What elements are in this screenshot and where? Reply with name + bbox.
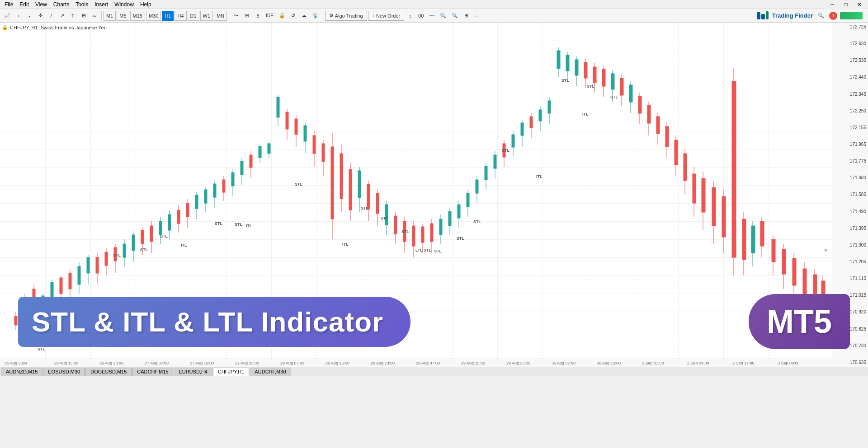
stl-label: STL: [434, 249, 442, 253]
stl-label: STL: [381, 216, 388, 220]
notification-badge: 1: [829, 12, 837, 20]
depth-button[interactable]: ↕: [405, 11, 415, 21]
order-label: New Order: [376, 13, 400, 19]
menu-charts[interactable]: Charts: [51, 1, 72, 8]
menu-view[interactable]: View: [33, 1, 50, 8]
minimize-button[interactable]: ─: [826, 0, 839, 9]
tf-d1[interactable]: D1: [188, 11, 199, 21]
price-172630: 172.630: [834, 41, 866, 46]
new-order-button[interactable]: + New Order: [368, 11, 405, 21]
tab-cadchf-m15[interactable]: CADCHF,M15: [132, 368, 173, 376]
menu-window[interactable]: Window: [112, 1, 137, 8]
stl-label: STL: [424, 248, 431, 252]
tab-audchf-m30[interactable]: AUDCHF,M30: [250, 368, 291, 376]
line-chart-button[interactable]: 〜: [231, 11, 241, 21]
stl-label: STL: [160, 234, 168, 238]
tab-audnzd-m15[interactable]: AUDNZD,M15: [1, 368, 42, 376]
tf-m15[interactable]: M15: [130, 11, 145, 21]
svg-rect-66: [295, 119, 297, 135]
svg-rect-140: [629, 85, 632, 102]
new-chart-button[interactable]: 📈: [2, 11, 13, 21]
price-171775: 171.775: [834, 159, 866, 163]
tab-eurusd-h4[interactable]: EURUSD,H4: [174, 368, 212, 376]
zoom-button[interactable]: 🔍: [438, 11, 448, 21]
order-icon: +: [372, 13, 375, 19]
banner-left: STL & ITL & LTL Indicator: [18, 297, 410, 347]
tf-h4[interactable]: H4: [175, 11, 186, 21]
svg-rect-150: [675, 140, 678, 165]
candle-chart-button[interactable]: 🕯: [253, 11, 263, 21]
svg-rect-42: [186, 203, 189, 217]
svg-rect-22: [96, 257, 99, 273]
stl-label: STL: [113, 253, 121, 257]
signal-strength: [840, 12, 863, 19]
wave-button[interactable]: 〰: [427, 11, 437, 21]
tf-m5[interactable]: M5: [117, 11, 129, 21]
algo-trading-button[interactable]: ⚙ Algo Trading: [325, 11, 367, 21]
close-button[interactable]: ✕: [853, 0, 866, 9]
chart-area: 🔒 CHFJPY, H1: Swiss Frank vs Japanese Ye…: [0, 23, 868, 367]
price-171205: 171.205: [834, 259, 866, 264]
stl-label: STL: [361, 206, 368, 210]
tf-w1[interactable]: W1: [200, 11, 213, 21]
svg-rect-146: [656, 117, 660, 134]
svg-rect-106: [476, 180, 478, 193]
menu-edit[interactable]: Edit: [17, 1, 32, 8]
menu-insert[interactable]: Insert: [92, 1, 111, 8]
svg-rect-158: [712, 187, 716, 226]
tab-chfjpy-h1[interactable]: CHFJPY,H1: [213, 368, 249, 376]
svg-rect-134: [602, 69, 605, 86]
maximize-button[interactable]: □: [839, 0, 853, 9]
history-button[interactable]: 00: [416, 11, 426, 21]
bar-chart-button[interactable]: ⊟: [242, 11, 252, 21]
zoom-out-button[interactable]: -: [24, 11, 34, 21]
fib-button[interactable]: ⊞: [79, 11, 89, 21]
svg-rect-114: [512, 135, 514, 147]
svg-rect-80: [358, 171, 361, 198]
chart-info-text: CHFJPY, H1: Swiss Frank vs Japanese Yen: [10, 25, 107, 30]
price-172250: 172.250: [834, 108, 866, 113]
shapes-button[interactable]: ▱: [90, 11, 99, 21]
tab-dogeusd-m15[interactable]: DOGEUSD,M15: [85, 368, 132, 376]
menu-file[interactable]: File: [2, 1, 16, 8]
tf-mn[interactable]: MN: [214, 11, 227, 21]
menu-tools[interactable]: Tools: [73, 1, 91, 8]
text-button[interactable]: T: [68, 11, 78, 21]
crosshair-button[interactable]: ✛: [35, 11, 45, 21]
svg-rect-130: [584, 62, 587, 78]
svg-rect-98: [439, 219, 442, 235]
banner-left-text: STL & ITL & LTL Indicator: [32, 306, 383, 338]
menu-help[interactable]: Help: [137, 1, 154, 8]
cloud-button[interactable]: ☁: [299, 11, 309, 21]
zoom-out2-button[interactable]: 🔍: [449, 11, 460, 21]
svg-rect-24: [105, 252, 108, 266]
grid-button[interactable]: ⊞: [461, 11, 471, 21]
price-171490: 171.490: [834, 209, 866, 214]
tab-eosusd-m30[interactable]: EOSUSD,M30: [43, 368, 85, 376]
ide-button[interactable]: IDE: [264, 11, 276, 21]
toolbar: 📈 + - ✛ / ↗ T ⊞ ▱ M1 M5 M15 M30 H1 H4 D1…: [0, 9, 868, 23]
svg-rect-132: [593, 67, 596, 83]
svg-rect-36: [159, 221, 162, 235]
tf-m1[interactable]: M1: [104, 11, 116, 21]
svg-rect-108: [485, 166, 487, 180]
banner-right-text: MT5: [767, 303, 832, 340]
itl-label: ITL: [536, 174, 542, 179]
svg-rect-60: [268, 144, 270, 154]
search-button[interactable]: 🔍: [816, 11, 826, 21]
price-172155: 172.155: [834, 125, 866, 130]
refresh-button[interactable]: ↺: [288, 11, 298, 21]
svg-rect-96: [430, 224, 433, 242]
svg-rect-78: [349, 169, 352, 210]
line-tool-button[interactable]: /: [46, 11, 56, 21]
scroll-button[interactable]: ↔: [472, 11, 482, 21]
tf-m30[interactable]: M30: [146, 11, 161, 21]
signal-button[interactable]: 📡: [310, 11, 321, 21]
lock-button[interactable]: 🔒: [277, 11, 288, 21]
arrow-button[interactable]: ↗: [57, 11, 67, 21]
svg-rect-56: [250, 155, 252, 168]
zoom-in-button[interactable]: +: [14, 11, 24, 21]
svg-rect-0: [757, 12, 760, 19]
tf-h1[interactable]: H1: [162, 11, 174, 21]
svg-rect-70: [313, 135, 316, 154]
